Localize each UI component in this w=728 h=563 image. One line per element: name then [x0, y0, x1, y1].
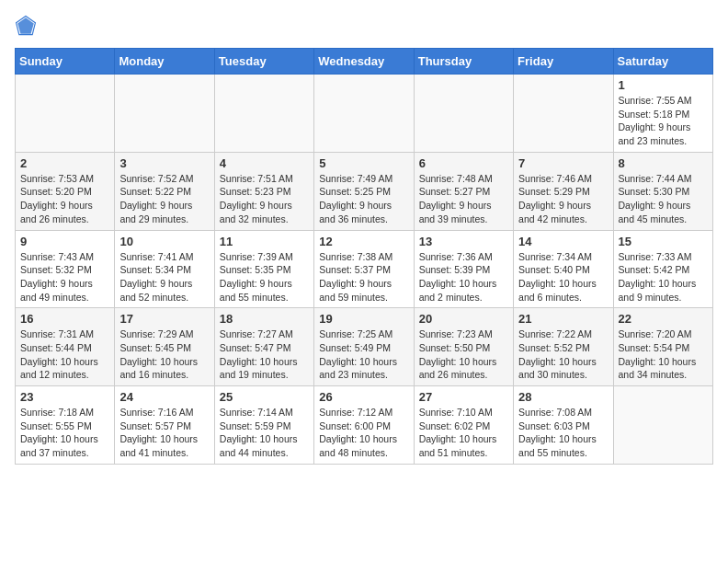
calendar-day-header: Saturday — [613, 49, 712, 75]
day-number: 23 — [20, 390, 109, 404]
day-number: 21 — [518, 312, 608, 326]
day-number: 13 — [419, 235, 508, 248]
day-number: 25 — [220, 390, 309, 404]
calendar-header-row: SundayMondayTuesdayWednesdayThursdayFrid… — [16, 49, 713, 75]
day-info: Sunrise: 7:31 AM Sunset: 5:44 PM Dayligh… — [20, 327, 109, 382]
day-number: 20 — [419, 312, 508, 326]
calendar-cell: 4Sunrise: 7:51 AM Sunset: 5:23 PM Daylig… — [214, 152, 313, 230]
logo-icon — [15, 15, 37, 37]
day-info: Sunrise: 7:16 AM Sunset: 5:57 PM Dayligh… — [119, 406, 209, 460]
calendar-cell — [414, 75, 513, 153]
day-info: Sunrise: 7:51 AM Sunset: 5:23 PM Dayligh… — [220, 172, 309, 226]
calendar-cell: 27Sunrise: 7:10 AM Sunset: 6:02 PM Dayli… — [414, 386, 513, 465]
calendar-day-header: Monday — [115, 49, 214, 75]
day-number: 28 — [518, 390, 608, 404]
calendar-table: SundayMondayTuesdayWednesdayThursdayFrid… — [15, 48, 713, 465]
day-number: 10 — [119, 235, 209, 248]
calendar-cell: 28Sunrise: 7:08 AM Sunset: 6:03 PM Dayli… — [514, 386, 613, 465]
calendar-cell: 16Sunrise: 7:31 AM Sunset: 5:44 PM Dayli… — [16, 308, 115, 386]
calendar-cell: 22Sunrise: 7:20 AM Sunset: 5:54 PM Dayli… — [613, 308, 712, 386]
day-number: 18 — [220, 312, 309, 326]
day-info: Sunrise: 7:48 AM Sunset: 5:27 PM Dayligh… — [419, 172, 508, 226]
page-header — [15, 15, 713, 37]
calendar-cell: 7Sunrise: 7:46 AM Sunset: 5:29 PM Daylig… — [514, 152, 613, 230]
calendar-cell: 12Sunrise: 7:38 AM Sunset: 5:37 PM Dayli… — [314, 230, 414, 308]
day-info: Sunrise: 7:12 AM Sunset: 6:00 PM Dayligh… — [319, 406, 408, 460]
day-number: 12 — [319, 235, 408, 248]
day-number: 17 — [119, 312, 209, 326]
day-number: 15 — [619, 235, 708, 248]
day-number: 8 — [619, 156, 708, 170]
day-number: 24 — [119, 390, 209, 404]
day-info: Sunrise: 7:49 AM Sunset: 5:25 PM Dayligh… — [319, 172, 408, 226]
day-number: 1 — [619, 78, 708, 92]
calendar-cell — [16, 75, 115, 153]
day-info: Sunrise: 7:44 AM Sunset: 5:30 PM Dayligh… — [619, 172, 708, 226]
day-info: Sunrise: 7:41 AM Sunset: 5:34 PM Dayligh… — [119, 250, 209, 304]
day-number: 6 — [419, 156, 508, 170]
day-info: Sunrise: 7:10 AM Sunset: 6:02 PM Dayligh… — [419, 406, 508, 460]
day-number: 22 — [619, 312, 708, 326]
day-number: 5 — [319, 156, 408, 170]
calendar-cell — [214, 75, 313, 153]
day-info: Sunrise: 7:25 AM Sunset: 5:49 PM Dayligh… — [319, 327, 408, 382]
calendar-cell: 21Sunrise: 7:22 AM Sunset: 5:52 PM Dayli… — [514, 308, 613, 386]
calendar-cell: 11Sunrise: 7:39 AM Sunset: 5:35 PM Dayli… — [214, 230, 313, 308]
calendar-day-header: Thursday — [414, 49, 513, 75]
day-info: Sunrise: 7:22 AM Sunset: 5:52 PM Dayligh… — [518, 327, 608, 382]
day-number: 16 — [20, 312, 109, 326]
calendar-cell: 2Sunrise: 7:53 AM Sunset: 5:20 PM Daylig… — [16, 152, 115, 230]
day-info: Sunrise: 7:52 AM Sunset: 5:22 PM Dayligh… — [119, 172, 209, 226]
calendar-cell: 15Sunrise: 7:33 AM Sunset: 5:42 PM Dayli… — [613, 230, 712, 308]
calendar-week-row: 2Sunrise: 7:53 AM Sunset: 5:20 PM Daylig… — [16, 152, 713, 230]
day-info: Sunrise: 7:20 AM Sunset: 5:54 PM Dayligh… — [619, 327, 708, 382]
calendar-day-header: Sunday — [16, 49, 115, 75]
calendar-week-row: 16Sunrise: 7:31 AM Sunset: 5:44 PM Dayli… — [16, 308, 713, 386]
calendar-cell: 14Sunrise: 7:34 AM Sunset: 5:40 PM Dayli… — [514, 230, 613, 308]
calendar-cell: 5Sunrise: 7:49 AM Sunset: 5:25 PM Daylig… — [314, 152, 414, 230]
calendar-cell: 19Sunrise: 7:25 AM Sunset: 5:49 PM Dayli… — [314, 308, 414, 386]
day-number: 11 — [220, 235, 309, 248]
day-info: Sunrise: 7:27 AM Sunset: 5:47 PM Dayligh… — [220, 327, 309, 382]
calendar-day-header: Friday — [514, 49, 613, 75]
calendar-cell: 20Sunrise: 7:23 AM Sunset: 5:50 PM Dayli… — [414, 308, 513, 386]
calendar-cell — [115, 75, 214, 153]
calendar-cell: 10Sunrise: 7:41 AM Sunset: 5:34 PM Dayli… — [115, 230, 214, 308]
day-info: Sunrise: 7:29 AM Sunset: 5:45 PM Dayligh… — [119, 327, 209, 382]
calendar-cell: 25Sunrise: 7:14 AM Sunset: 5:59 PM Dayli… — [214, 386, 313, 465]
day-number: 4 — [220, 156, 309, 170]
day-info: Sunrise: 7:33 AM Sunset: 5:42 PM Dayligh… — [619, 250, 708, 304]
calendar-cell: 8Sunrise: 7:44 AM Sunset: 5:30 PM Daylig… — [613, 152, 712, 230]
calendar-cell: 17Sunrise: 7:29 AM Sunset: 5:45 PM Dayli… — [115, 308, 214, 386]
day-number: 2 — [20, 156, 109, 170]
calendar-cell: 6Sunrise: 7:48 AM Sunset: 5:27 PM Daylig… — [414, 152, 513, 230]
day-number: 3 — [119, 156, 209, 170]
calendar-cell: 1Sunrise: 7:55 AM Sunset: 5:18 PM Daylig… — [613, 75, 712, 153]
day-info: Sunrise: 7:46 AM Sunset: 5:29 PM Dayligh… — [518, 172, 608, 226]
day-info: Sunrise: 7:08 AM Sunset: 6:03 PM Dayligh… — [518, 406, 608, 460]
day-info: Sunrise: 7:14 AM Sunset: 5:59 PM Dayligh… — [220, 406, 309, 460]
day-number: 7 — [518, 156, 608, 170]
day-info: Sunrise: 7:43 AM Sunset: 5:32 PM Dayligh… — [20, 250, 109, 304]
calendar-week-row: 23Sunrise: 7:18 AM Sunset: 5:55 PM Dayli… — [16, 386, 713, 465]
calendar-week-row: 1Sunrise: 7:55 AM Sunset: 5:18 PM Daylig… — [16, 75, 713, 153]
calendar-cell: 24Sunrise: 7:16 AM Sunset: 5:57 PM Dayli… — [115, 386, 214, 465]
day-info: Sunrise: 7:39 AM Sunset: 5:35 PM Dayligh… — [220, 250, 309, 304]
day-info: Sunrise: 7:53 AM Sunset: 5:20 PM Dayligh… — [20, 172, 109, 226]
calendar-cell: 23Sunrise: 7:18 AM Sunset: 5:55 PM Dayli… — [16, 386, 115, 465]
day-info: Sunrise: 7:36 AM Sunset: 5:39 PM Dayligh… — [419, 250, 508, 304]
calendar-cell — [514, 75, 613, 153]
day-number: 27 — [419, 390, 508, 404]
calendar-week-row: 9Sunrise: 7:43 AM Sunset: 5:32 PM Daylig… — [16, 230, 713, 308]
day-info: Sunrise: 7:55 AM Sunset: 5:18 PM Dayligh… — [619, 94, 708, 148]
calendar-day-header: Wednesday — [314, 49, 414, 75]
logo — [15, 15, 40, 37]
calendar-cell — [613, 386, 712, 465]
day-info: Sunrise: 7:18 AM Sunset: 5:55 PM Dayligh… — [20, 406, 109, 460]
day-number: 14 — [518, 235, 608, 248]
day-info: Sunrise: 7:34 AM Sunset: 5:40 PM Dayligh… — [518, 250, 608, 304]
calendar-cell: 13Sunrise: 7:36 AM Sunset: 5:39 PM Dayli… — [414, 230, 513, 308]
calendar-cell — [314, 75, 414, 153]
day-number: 9 — [20, 235, 109, 248]
calendar-cell: 26Sunrise: 7:12 AM Sunset: 6:00 PM Dayli… — [314, 386, 414, 465]
